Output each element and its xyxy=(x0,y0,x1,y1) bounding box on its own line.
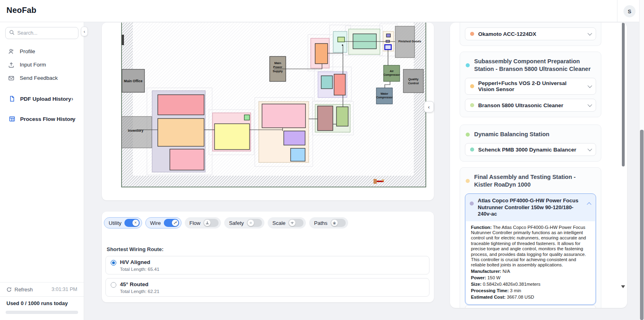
toggle-wire[interactable]: Wire xyxy=(145,217,182,229)
radio-selected-icon[interactable] xyxy=(111,260,116,266)
svg-text:Inventory: Inventory xyxy=(128,129,144,133)
asterisk-icon: ∗ xyxy=(331,220,338,226)
zone-air-compressor: Air Compressor xyxy=(383,65,400,81)
sidebar-collapse-button[interactable]: ‹ xyxy=(81,27,88,36)
window-scrollbar-track[interactable] xyxy=(639,0,644,320)
detail-size: Size: 0.5842x0.4826x0.381meters xyxy=(471,282,590,287)
wiring-option-detail: Total Length: 65.41 xyxy=(120,267,159,272)
equipment-item-okamoto[interactable]: Okamoto ACC-1224DX xyxy=(465,27,596,40)
svg-text:Air: Air xyxy=(390,70,394,73)
equipment-dot xyxy=(470,202,474,206)
user-avatar[interactable]: S xyxy=(623,5,636,17)
toggle-label: Wire xyxy=(150,220,161,226)
sidebar-item-pdf-upload-history[interactable]: PDF Upload History › xyxy=(0,91,84,106)
circle-icon: ○ xyxy=(248,220,254,226)
usage-progress-bar xyxy=(6,311,78,314)
table-icon xyxy=(9,116,15,122)
equipment-panel-scroll-area[interactable]: Okamoto ACC-1224DX Subassembly Component… xyxy=(460,23,601,308)
chevron-down-icon xyxy=(588,102,592,107)
person-icon xyxy=(8,48,14,55)
scale-icon xyxy=(289,220,295,226)
detail-estimated-cost: Estimated Cost: 3667.08 USD xyxy=(471,295,590,300)
elbow-connector-icon xyxy=(204,220,211,226)
svg-text:Quality: Quality xyxy=(408,77,419,81)
toggle-label: Paths xyxy=(314,220,327,226)
search-input[interactable] xyxy=(17,30,74,36)
wiring-option-text: H/V Aligned Total Length: 65.41 xyxy=(120,259,159,274)
wiring-option-hv-aligned[interactable]: H/V Aligned Total Length: 65.41 xyxy=(105,256,429,274)
toggle-safety[interactable]: Safety ○ xyxy=(224,217,264,229)
svg-text:Finished Goods: Finished Goods xyxy=(398,39,421,43)
station-card-partial: Okamoto ACC-1224DX xyxy=(460,23,601,46)
app-root: NeoFab S Profile Input Form xyxy=(0,0,644,320)
floor-plan-card: Main Office Inventory Main Power Supply … xyxy=(102,23,434,200)
wiring-option-45-routed[interactable]: 45° Routed Total Length: 62.21 xyxy=(105,278,429,297)
sidebar-item-label: Process Flow History xyxy=(20,116,75,122)
sidebar-item-profile[interactable]: Profile xyxy=(0,45,84,58)
scroll-down-arrow-icon[interactable] xyxy=(621,285,625,288)
wiring-option-detail: Total Length: 62.21 xyxy=(120,289,159,294)
equipment-details: Function: The Atlas Copco PF4000-G-HW Po… xyxy=(466,221,595,304)
toggle-paths[interactable]: Paths ∗ xyxy=(309,217,348,229)
equipment-dot xyxy=(470,148,474,152)
usage-text: Used 0 / 1000 runs today xyxy=(0,297,84,306)
sidebar-menu: Profile Input Form Send Feedback xyxy=(0,45,84,127)
station-card-final-assembly: Final Assembly and Testing Station - Kis… xyxy=(460,167,601,308)
sidebar-item-label: PDF Upload History xyxy=(20,96,71,102)
search-box[interactable] xyxy=(5,27,78,39)
svg-text:Power: Power xyxy=(273,65,283,69)
panel-collapse-button[interactable]: ‹ xyxy=(424,101,434,112)
equipment-label: Schenck PMB 3000 Dynamic Balancer xyxy=(478,147,576,153)
equipment-item-baier-torque-wrench[interactable]: Baier BRDC-LS Series Battery Torque Wren… xyxy=(465,305,596,308)
sidebar-footer: Refresh 3:01:31 PM Used 0 / 1000 runs to… xyxy=(0,282,84,320)
toggle-track: × xyxy=(124,219,140,227)
equipment-item-header[interactable]: Atlas Copco PF4000-G-HW Power Focus Nutr… xyxy=(465,194,596,221)
sidebar-item-label: Send Feedback xyxy=(20,75,58,81)
window-scrollbar-thumb[interactable] xyxy=(640,130,644,320)
sidebar-item-input-form[interactable]: Input Form xyxy=(0,58,84,71)
chevron-right-icon: › xyxy=(71,96,73,102)
equipment-label: Atlas Copco PF4000-G-HW Power Focus Nutr… xyxy=(478,197,584,218)
sidebar-item-send-feedback[interactable]: Send Feedback xyxy=(0,71,84,85)
controls-card: Utility × Wire Flow Safety ○ Scale Paths xyxy=(102,212,434,302)
chevron-down-icon xyxy=(588,147,592,151)
svg-text:Water: Water xyxy=(380,92,388,95)
refresh-button[interactable]: Refresh xyxy=(6,287,33,293)
wiring-option-label: 45° Routed xyxy=(120,281,159,287)
equipment-label: Branson 5800 Ultrasonic Cleaner xyxy=(478,102,564,108)
sidebar-item-process-flow-history[interactable]: Process Flow History › xyxy=(0,111,84,127)
equipment-label: Pepperl+Fuchs VOS 2-D Universal Vision S… xyxy=(478,80,584,92)
detail-manufacturer: Manufacturer: N/A xyxy=(471,269,590,274)
toggle-scale[interactable]: Scale xyxy=(268,217,306,229)
equipment-item-atlas-copco-expanded[interactable]: Atlas Copco PF4000-G-HW Power Focus Nutr… xyxy=(465,193,596,305)
toggle-track: ∗ xyxy=(330,219,346,227)
chevron-up-icon xyxy=(587,202,591,207)
station-title-text: Final Assembly and Testing Station - Kis… xyxy=(474,173,595,189)
station-card-dynamic-balancing: Dynamic Balancing Station Schenck PMB 30… xyxy=(460,125,601,162)
equipment-item-pepperl-fuchs[interactable]: Pepperl+Fuchs VOS 2-D Universal Vision S… xyxy=(465,78,596,95)
search-icon xyxy=(9,29,14,37)
refresh-row: Refresh 3:01:31 PM xyxy=(0,282,84,297)
floor-plan: Main Office Inventory Main Power Supply … xyxy=(102,23,434,200)
radio-unselected-icon[interactable] xyxy=(111,282,116,288)
panel-scrollbar-thumb[interactable] xyxy=(622,23,625,166)
equipment-item-branson-5800[interactable]: Branson 5800 Ultrasonic Cleaner xyxy=(465,99,596,112)
equipment-item-schenck-pmb-3000[interactable]: Schenck PMB 3000 Dynamic Balancer xyxy=(465,143,596,156)
detail-power: Power: 150 W xyxy=(471,275,590,281)
equipment-label: Okamoto ACC-1224DX xyxy=(478,31,536,37)
x-icon: × xyxy=(132,220,139,226)
zone-inventory: Inventory xyxy=(122,116,152,148)
toggle-utility[interactable]: Utility × xyxy=(104,217,142,229)
detail-function: Function: The Atlas Copco PF4000-G-HW Po… xyxy=(471,225,590,268)
equipment-dot xyxy=(470,32,474,36)
wrench-icon xyxy=(172,220,178,226)
chevron-right-icon: › xyxy=(71,116,73,122)
station-dot xyxy=(466,63,470,67)
history-section: PDF Upload History › Process Flow Histor… xyxy=(0,91,84,127)
toggle-track xyxy=(164,219,179,227)
wiring-option-text: 45° Routed Total Length: 62.21 xyxy=(120,281,159,296)
zone-water-compressor: Water Compressor xyxy=(376,88,393,104)
toggle-flow[interactable]: Flow xyxy=(185,217,221,229)
station-title: Subassembly Component Preparation Statio… xyxy=(466,58,595,73)
toggle-label: Safety xyxy=(229,220,244,226)
